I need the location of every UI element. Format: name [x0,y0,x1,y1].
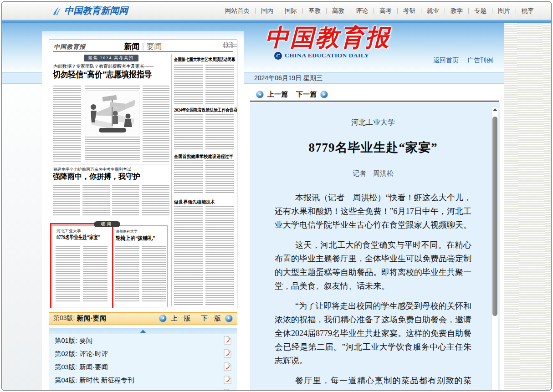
fuzzy-text [174,206,203,305]
article-byline: 记者 周洪松 [275,169,471,178]
prev-edition-icon[interactable]: ◄ [159,315,167,322]
article-paragraph: 这天，河北工大的食堂确实与平时不同。在精心布置的毕业主题餐厅里，全体毕业生可以免… [275,238,471,293]
article-paragraph: 本报讯（记者 周洪松）“快看！虾这么大个儿，还有水果和酸奶！这些全免费！”6月1… [275,191,471,232]
prev-edition-button[interactable]: 上一版 [171,314,191,323]
fuzzy-text [82,185,110,216]
article-panel: 河北工业大学 8779名毕业生赴“家宴” 记者 周洪松 本报讯（记者 周洪松）“… [250,102,500,390]
top-nav-item-kaoyan[interactable]: 考研 [398,7,421,15]
left-column: 中国教育报 新闻 要闻 03 聚焦 2024 高考高招 内部数据？专家团队？教育… [42,31,244,390]
fuzzy-text [205,206,234,305]
fuzzy-text [142,185,169,216]
article-divider [250,101,499,102]
fuzzy-text [205,65,234,104]
ad-rates-link[interactable]: 广告刊例 [467,56,493,65]
pdf-icon[interactable] [224,362,231,372]
np-banner: 聚焦 2024 高考高招 [84,55,139,61]
paper-logo-english-text: CHINA EDUCATION DAILY [285,52,369,59]
fuzzy-text [53,86,81,162]
top-nav-item-international[interactable]: 国际 [279,7,302,15]
highlighted-article-box [50,223,113,308]
fuzzy-text [174,65,203,104]
edition-list: 第01版:要闻 第02版:评论·时评 第03版:新闻·要闻 第04版:新时代 新… [49,328,237,391]
top-nav-item-comment[interactable]: 评论 [350,7,374,15]
edition-list-item-04[interactable]: 第04版:新时代 新征程专刊 [49,374,237,387]
edition-list-item-03[interactable]: 第03版:新闻·要闻 [49,361,237,374]
left-gutter [2,84,42,390]
np-right-headline-2: 2024年全国教育政策法治工作会议召开 [174,107,237,113]
paper-logo-icon: C [274,52,282,60]
article-body: 本报讯（记者 周洪松）“快看！虾这么大个儿，还有水果和酸奶！这些全免费！”6月1… [275,191,471,391]
link-divider [463,57,463,64]
fuzzy-text [205,160,234,193]
next-article-icon[interactable]: ► [320,91,328,98]
np-section-2: 要闻 [147,41,162,52]
edition-nav: ◄ 上一版 下一版 ► [159,314,233,323]
newspaper-page-thumbnail[interactable]: 中国教育报 新闻 要闻 03 聚焦 2024 高考高招 内部数据？专家团队？教育… [49,40,237,308]
top-nav-item-teaching[interactable]: 教学 [445,7,468,15]
scroll-up-arrow[interactable] [493,108,497,111]
np-issue-meta [223,44,237,48]
edition-current: 第03版: 新闻·要闻 [53,314,106,323]
collapse-button[interactable] [49,328,237,334]
top-nav-item-home[interactable]: 网站首页 [220,7,255,15]
article-title: 8779名毕业生赴“家宴” [275,139,471,156]
fuzzy-text [174,114,203,150]
article-paragraph: 餐厅里，每一道精心烹制的菜品都有别致的菜名：“群龙贺喜”是白灼大虾、“脚踏实地”… [275,374,471,391]
np-second-headline: 轮椅上的“拨穗礼” [116,234,155,242]
top-nav-item-basic-edu[interactable]: 基教 [303,7,326,15]
newspaper-page: 中国教育报 新闻 要闻 03 聚焦 2024 高考高招 内部数据？专家团队？教育… [49,40,237,308]
fuzzy-text [112,185,139,216]
site-logo-text: 中国教育新闻网 [64,5,128,17]
next-edition-icon[interactable]: ► [225,315,233,322]
top-nav-item-gaokao[interactable]: 高考 [374,7,397,15]
article-kicker: 河北工业大学 [275,118,471,127]
np-right-headline-1: 全国第七届大学生艺术展演活动闭幕 [174,56,235,63]
top-nav-item-photos[interactable]: 图片 [492,7,516,15]
np-second-kicker: 温州医科大学 [116,229,138,234]
top-nav-item-topics[interactable]: 专题 [469,7,492,15]
np-masthead: 中国教育报 [54,43,86,51]
top-nav-item-higher-edu[interactable]: 高教 [327,7,350,15]
article-content: 河北工业大学 8779名毕业生赴“家宴” 记者 周洪松 本报讯（记者 周洪松）“… [250,102,500,391]
paper-logo[interactable]: 中国教育报 C CHINA EDUCATION DAILY [265,25,390,60]
np-section-divider [143,43,143,51]
np-mid-headline: 强降雨中，你拼搏，我守护 [53,172,140,182]
fuzzy-text [142,246,166,303]
scrollbar[interactable] [492,106,498,391]
np-highlight-kicker: 河北工业大学 [56,228,81,234]
pdf-icon[interactable] [224,376,231,386]
pdf-icon[interactable] [224,349,231,359]
site-logo[interactable]: 中国教育新闻网 [52,5,128,17]
top-nav: 网站首页 国内 国际 基教 高教 评论 高考 考研 就业 教学 专题 图片 桃李 [220,7,539,15]
pdf-icon[interactable] [224,336,231,346]
top-nav-item-taoli[interactable]: 桃李 [516,7,539,15]
collapse-arrow-icon [140,330,146,333]
fuzzy-text [143,86,169,162]
edition-list-item-05[interactable]: 第05版:校长周刊 [49,387,237,391]
pdf-icon[interactable] [224,389,231,392]
fuzzy-text [85,137,140,162]
np-banner-row: 聚焦 2024 高考高招 [53,55,169,61]
next-edition-button[interactable]: 下一版 [201,314,221,323]
np-right-headline-3: 全国首批健康学校建设进程过半 [174,153,233,160]
np-right-headline-4: 做世界领先核能技术 [174,199,215,205]
top-nav-item-domestic[interactable]: 国内 [256,7,279,15]
paper-logo-text: 中国教育报 [265,25,390,51]
scroll-thumb[interactable] [492,117,497,316]
prev-article-button[interactable]: 上一篇 [267,90,288,99]
blue-divider [2,20,551,23]
top-nav-item-jobs[interactable]: 就业 [421,7,445,15]
paper-logo-english: C CHINA EDUCATION DAILY [274,52,390,60]
edition-current-title: 新闻·要闻 [77,314,106,323]
edition-current-label: 第03版: [53,314,75,322]
fuzzy-text [85,86,140,89]
back-home-link[interactable]: 返回首页 [433,56,459,65]
np-section-title: 新闻 要闻 [124,41,162,52]
next-article-button[interactable]: 下一篇 [296,90,317,99]
edition-list-item-02[interactable]: 第02版:评论·时评 [49,347,237,361]
prev-article-icon[interactable]: ◄ [256,91,264,98]
fuzzy-text [53,185,80,216]
masthead-links: 返回首页 广告刊例 [433,56,493,65]
edition-list-item-01[interactable]: 第01版:要闻 [49,334,237,347]
fuzzy-text [205,114,234,150]
